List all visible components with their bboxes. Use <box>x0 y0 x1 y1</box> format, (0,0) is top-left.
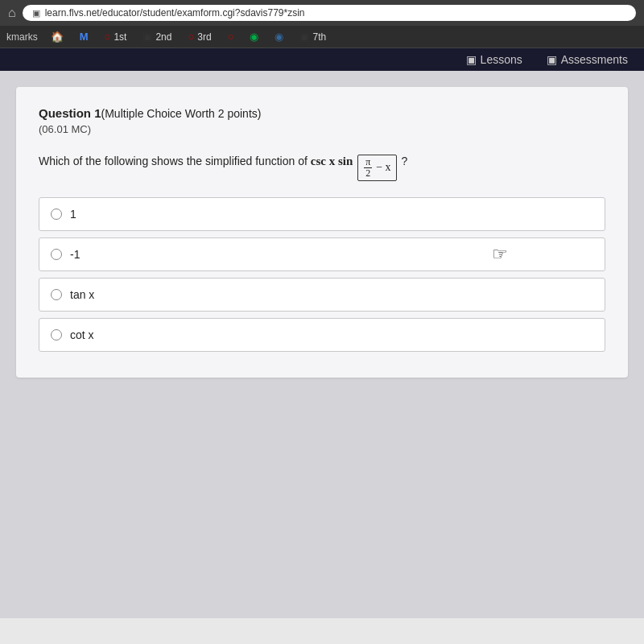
url-text: learn.flvs.net/educator/student/examform… <box>45 7 305 19</box>
gem-icon: ◉ <box>250 31 258 43</box>
square-icon-7: ▣ <box>299 31 309 43</box>
question-card: Question 1(Multiple Choice Worth 2 point… <box>16 87 628 378</box>
bookmark-7th[interactable]: ▣ 7th <box>293 29 332 44</box>
fraction-denominator: 2 <box>364 168 372 179</box>
question-title: Question 1(Multiple Choice Worth 2 point… <box>39 106 605 120</box>
bookmark-gmail[interactable]: M <box>73 29 95 44</box>
bookmark-3rd[interactable]: ○ 3rd <box>181 29 217 44</box>
url-box[interactable]: ▣ learn.flvs.net/educator/student/examfo… <box>23 5 636 21</box>
bookmark-extra3[interactable]: ◉ <box>268 29 290 44</box>
tab-icon: ▣ <box>32 8 40 19</box>
house-icon: 🏠 <box>51 31 64 43</box>
cursor-pointer: ☞ <box>492 244 508 265</box>
flvs-navbar: ▣ Lessons ▣ Assessments <box>0 48 644 71</box>
answer-label-1: 1 <box>70 208 76 221</box>
home-icon[interactable]: ⌂ <box>8 6 16 20</box>
circle-icon-3: ○ <box>188 31 194 43</box>
address-bar: ⌂ ▣ learn.flvs.net/educator/student/exam… <box>0 0 644 26</box>
square-icon-2: ▣ <box>142 31 152 43</box>
radio-1[interactable] <box>51 208 62 220</box>
answer-label-3: tan x <box>70 288 94 301</box>
lessons-nav-link[interactable]: ▣ Lessons <box>466 53 522 66</box>
answer-label-4: cot x <box>70 328 94 341</box>
answer-option-1[interactable]: 1 <box>39 197 605 231</box>
bookmark-3rd-label: 3rd <box>197 31 211 43</box>
circle-icon-1: ○ <box>105 31 111 43</box>
bookmark-extra1[interactable]: ○ <box>221 29 241 44</box>
bookmark-7th-label: 7th <box>312 31 326 43</box>
globe-icon: ◉ <box>275 31 283 43</box>
radio-4[interactable] <box>51 329 62 341</box>
question-number: Question 1 <box>39 106 101 120</box>
question-text: Which of the following shows the simplif… <box>39 151 605 181</box>
bookmarks-label: kmarks <box>6 31 38 43</box>
gmail-icon: M <box>80 31 89 43</box>
bookmark-2nd-label: 2nd <box>155 31 171 43</box>
answer-option-4[interactable]: cot x <box>39 318 605 352</box>
question-title-suffix: (Multiple Choice Worth 2 points) <box>101 107 262 120</box>
assessments-icon: ▣ <box>547 53 557 66</box>
question-subtitle: (06.01 MC) <box>39 123 605 135</box>
browser-chrome: ⌂ ▣ learn.flvs.net/educator/student/exam… <box>0 0 644 48</box>
radio-2[interactable] <box>51 249 62 260</box>
bookmark-extra2[interactable]: ◉ <box>243 29 265 44</box>
lessons-icon: ▣ <box>466 53 477 66</box>
bookmarks-bar: kmarks 🏠 M ○ 1st ▣ 2nd ○ 3rd ○ ◉ ◉ ▣ <box>0 26 644 48</box>
circle-icon-4: ○ <box>228 31 234 43</box>
radio-3[interactable] <box>51 289 62 300</box>
math-minus-x: − x <box>376 159 390 176</box>
bookmark-home[interactable]: 🏠 <box>44 29 70 44</box>
math-expression: csc x sin <box>311 155 353 167</box>
answer-option-3[interactable]: tan x <box>39 278 605 312</box>
fraction: π 2 <box>364 157 372 179</box>
answer-label-2: -1 <box>70 248 80 261</box>
lessons-label: Lessons <box>481 53 522 66</box>
question-text-suffix: ? <box>401 155 407 167</box>
math-paren-expr: π 2 − x <box>357 155 396 181</box>
main-content: Question 1(Multiple Choice Worth 2 point… <box>0 71 644 618</box>
answer-option-2[interactable]: -1 ☞ <box>39 237 605 271</box>
fraction-numerator: π <box>364 157 372 168</box>
assessments-nav-link[interactable]: ▣ Assessments <box>547 53 628 66</box>
bookmark-1st-label: 1st <box>114 31 126 43</box>
bookmark-2nd[interactable]: ▣ 2nd <box>136 29 178 44</box>
bookmark-1st[interactable]: ○ 1st <box>98 29 134 44</box>
assessments-label: Assessments <box>561 53 628 66</box>
question-text-prefix: Which of the following shows the simplif… <box>39 155 311 167</box>
